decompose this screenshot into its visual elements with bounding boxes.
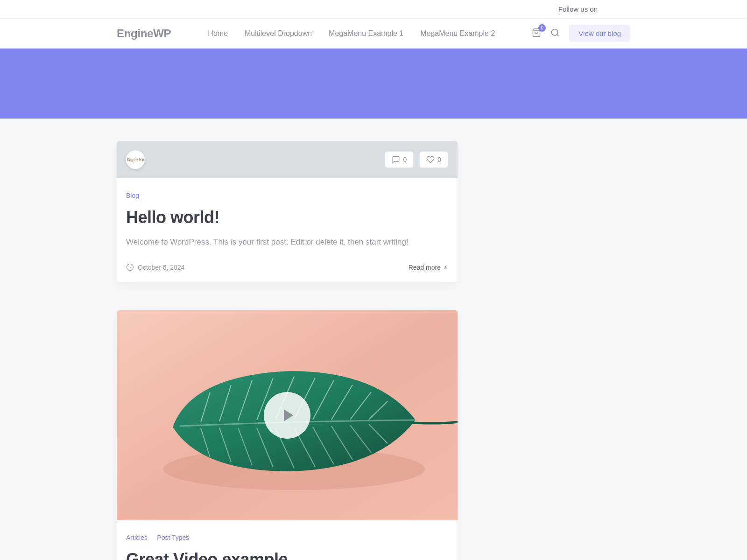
- header-inner: EngineWP Home Multilevel Dropdown MegaMe…: [117, 25, 630, 42]
- search-button[interactable]: [550, 28, 560, 39]
- nav-link-megamenu2[interactable]: MegaMenu Example 2: [420, 29, 495, 38]
- post-footer: October 6, 2024 Read more: [126, 263, 448, 271]
- follow-us-text: Follow us on: [558, 5, 598, 13]
- post-body: Blog Hello world! Welcome to WordPress. …: [117, 178, 458, 282]
- post-excerpt: Welcome to WordPress. This is your first…: [126, 236, 448, 248]
- nav-link-home[interactable]: Home: [208, 29, 228, 38]
- main-header: EngineWP Home Multilevel Dropdown MegaMe…: [0, 19, 747, 49]
- read-more-link[interactable]: Read more: [409, 264, 448, 271]
- post-card-header: EngineWp 0 0: [117, 141, 458, 178]
- post-date-text: October 6, 2024: [138, 264, 184, 271]
- hero-banner: [0, 49, 747, 119]
- chevron-right-icon: [443, 265, 448, 270]
- post-title[interactable]: Hello world!: [126, 208, 448, 227]
- post-title[interactable]: Great Video example: [126, 550, 448, 560]
- posts-column: EngineWp 0 0: [117, 141, 458, 560]
- nav-link-dropdown[interactable]: Multilevel Dropdown: [245, 29, 312, 38]
- play-icon: [284, 409, 293, 421]
- nav-link-megamenu1[interactable]: MegaMenu Example 1: [329, 29, 403, 38]
- category-link-posttypes[interactable]: Post Types: [157, 534, 189, 541]
- site-logo[interactable]: EngineWP: [117, 27, 171, 40]
- post-categories: Blog: [126, 191, 448, 208]
- likes-count: 0: [437, 156, 441, 163]
- avatar-text: EngineWp: [127, 157, 144, 162]
- post-date: October 6, 2024: [126, 263, 184, 271]
- main-navigation: Home Multilevel Dropdown MegaMenu Exampl…: [208, 29, 495, 38]
- post-card: Articles Post Types Great Video example: [117, 310, 458, 560]
- post-categories: Articles Post Types: [126, 533, 448, 550]
- search-icon: [550, 28, 560, 37]
- clock-icon: [126, 263, 134, 271]
- header-right: 0 View our blog: [532, 25, 630, 42]
- svg-point-1: [552, 29, 558, 35]
- category-link-articles[interactable]: Articles: [126, 534, 148, 541]
- cart-button[interactable]: 0: [532, 28, 541, 39]
- topbar: Follow us on: [0, 0, 747, 19]
- post-body: Articles Post Types Great Video example: [117, 520, 458, 560]
- svg-line-2: [557, 34, 559, 36]
- likes-button[interactable]: 0: [419, 151, 448, 168]
- heart-icon: [426, 155, 435, 164]
- comments-count: 0: [403, 156, 407, 163]
- main-content: EngineWp 0 0: [117, 119, 630, 560]
- play-button[interactable]: [264, 392, 310, 439]
- post-video-thumbnail[interactable]: [117, 310, 458, 520]
- comment-icon: [392, 155, 400, 164]
- author-avatar[interactable]: EngineWp: [126, 150, 145, 169]
- read-more-text: Read more: [409, 264, 441, 271]
- comments-button[interactable]: 0: [385, 151, 414, 168]
- post-meta-buttons: 0 0: [385, 151, 448, 168]
- cart-count-badge: 0: [538, 24, 546, 32]
- category-link-blog[interactable]: Blog: [126, 192, 139, 199]
- view-blog-button[interactable]: View our blog: [569, 25, 630, 42]
- post-card: EngineWp 0 0: [117, 141, 458, 282]
